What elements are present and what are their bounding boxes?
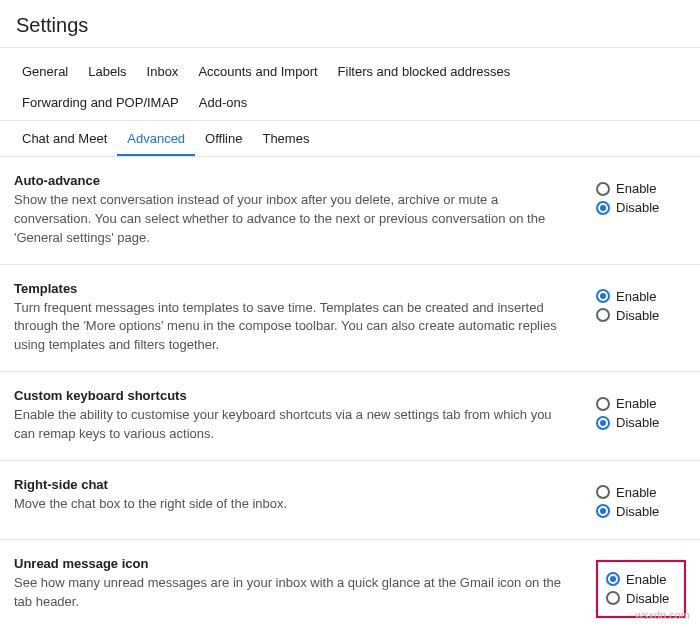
enable-label: Enable	[616, 289, 656, 304]
disable-label: Disable	[616, 308, 659, 323]
radio-icon	[596, 289, 610, 303]
radio-icon	[596, 416, 610, 430]
disable-label: Disable	[626, 591, 669, 606]
tab-addons[interactable]: Add-ons	[189, 89, 257, 120]
section-auto-advance: Auto-advance Show the next conversation …	[0, 157, 700, 265]
tab-inbox[interactable]: Inbox	[137, 58, 189, 89]
disable-label: Disable	[616, 504, 659, 519]
tab-general[interactable]: General	[12, 58, 78, 89]
page-title: Settings	[0, 0, 700, 48]
watermark: wsxdn.com	[635, 609, 690, 621]
radio-icon	[596, 182, 610, 196]
enable-label: Enable	[626, 572, 666, 587]
section-title: Unread message icon	[14, 556, 566, 571]
section-templates: Templates Turn frequent messages into te…	[0, 265, 700, 373]
disable-radio[interactable]: Disable	[596, 415, 686, 430]
enable-label: Enable	[616, 396, 656, 411]
section-unread-message-icon: Unread message icon See how many unread …	[0, 540, 700, 627]
tab-chat-meet[interactable]: Chat and Meet	[12, 125, 117, 156]
section-desc: Show the next conversation instead of yo…	[14, 191, 566, 248]
radio-icon	[606, 572, 620, 586]
section-right-side-chat: Right-side chat Move the chat box to the…	[0, 461, 700, 540]
disable-radio[interactable]: Disable	[596, 504, 686, 519]
tab-themes[interactable]: Themes	[252, 125, 319, 156]
section-desc: Move the chat box to the right side of t…	[14, 495, 566, 514]
enable-radio[interactable]: Enable	[606, 572, 676, 587]
tab-accounts-import[interactable]: Accounts and Import	[188, 58, 327, 89]
section-desc: See how many unread messages are in your…	[14, 574, 566, 612]
tab-advanced[interactable]: Advanced	[117, 125, 195, 156]
section-title: Custom keyboard shortcuts	[14, 388, 566, 403]
enable-radio[interactable]: Enable	[596, 396, 686, 411]
section-title: Auto-advance	[14, 173, 566, 188]
tabs-row-1: General Labels Inbox Accounts and Import…	[0, 48, 700, 121]
enable-label: Enable	[616, 485, 656, 500]
enable-radio[interactable]: Enable	[596, 485, 686, 500]
section-desc: Enable the ability to customise your key…	[14, 406, 566, 444]
disable-radio[interactable]: Disable	[596, 200, 686, 215]
tab-labels[interactable]: Labels	[78, 58, 136, 89]
section-title: Right-side chat	[14, 477, 566, 492]
tabs-row-2: Chat and Meet Advanced Offline Themes	[0, 121, 700, 157]
tab-offline[interactable]: Offline	[195, 125, 252, 156]
section-title: Templates	[14, 281, 566, 296]
disable-label: Disable	[616, 200, 659, 215]
radio-icon	[606, 591, 620, 605]
radio-icon	[596, 201, 610, 215]
radio-icon	[596, 308, 610, 322]
disable-label: Disable	[616, 415, 659, 430]
disable-radio[interactable]: Disable	[596, 308, 686, 323]
enable-radio[interactable]: Enable	[596, 181, 686, 196]
radio-icon	[596, 397, 610, 411]
tab-filters[interactable]: Filters and blocked addresses	[328, 58, 521, 89]
radio-icon	[596, 485, 610, 499]
disable-radio[interactable]: Disable	[606, 591, 676, 606]
section-desc: Turn frequent messages into templates to…	[14, 299, 566, 356]
section-custom-shortcuts: Custom keyboard shortcuts Enable the abi…	[0, 372, 700, 461]
enable-radio[interactable]: Enable	[596, 289, 686, 304]
tab-forwarding[interactable]: Forwarding and POP/IMAP	[12, 89, 189, 120]
enable-label: Enable	[616, 181, 656, 196]
radio-icon	[596, 504, 610, 518]
